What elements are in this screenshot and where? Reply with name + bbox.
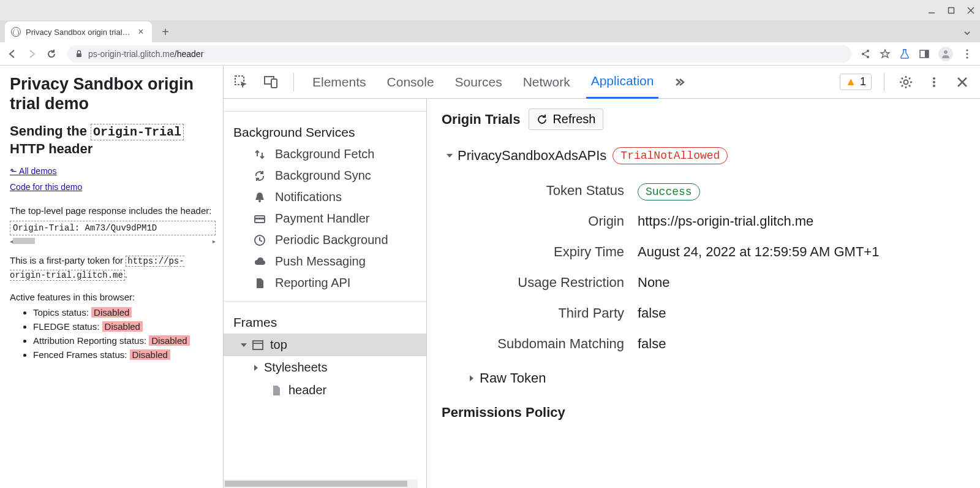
svg-rect-12 [925,50,929,58]
list-item: Attribution Reporting status: Disabled [33,335,216,346]
status-badge: Disabled [130,349,170,360]
horizontal-scrollbar[interactable] [224,479,418,488]
bell-icon [253,191,266,204]
svg-rect-1 [949,7,954,13]
labs-icon[interactable] [899,48,910,59]
devtools-tab-sources[interactable]: Sources [450,66,507,99]
devtools-tab-console[interactable]: Console [382,66,439,99]
sidebar-item-notifications[interactable]: Notifications [224,186,426,208]
profile-avatar[interactable] [938,47,953,61]
new-tab-button[interactable]: + [157,23,174,40]
subdomain-row: Subdomain Matchingfalse [442,329,965,359]
sidebar-item-push-messaging[interactable]: Push Messaging [224,251,426,272]
sidebar-item-periodic-bg[interactable]: Periodic Background [224,229,426,251]
window-minimize-button[interactable] [927,6,936,15]
back-button[interactable] [5,47,20,61]
bookmark-icon[interactable] [880,48,891,59]
file-icon [270,384,282,397]
sidebar-section-frames: Frames [224,309,426,334]
inspect-element-icon[interactable] [232,73,251,91]
token-status-badge: Success [638,183,700,200]
chevron-right-icon [470,375,473,381]
paragraph: Active features in this browser: [10,291,216,303]
cloud-icon [253,255,266,269]
trial-status-badge: TrialNotAllowed [612,147,728,164]
list-item: Fenced Frames status: Disabled [33,349,216,360]
horizontal-scrollbar[interactable]: ◂▸ [10,237,216,245]
file-icon [253,276,266,290]
sidebar-item-reporting-api[interactable]: Reporting API [224,272,426,294]
svg-point-26 [258,200,261,202]
svg-point-16 [966,56,968,58]
svg-line-8 [864,51,867,53]
permissions-policy-title: Permissions Policy [442,405,965,421]
reload-button[interactable] [44,47,59,61]
page-subtitle: Sending the Origin-Trial HTTP header [10,123,216,158]
warning-icon: ▲ [845,75,856,88]
refresh-icon [537,114,548,125]
globe-icon [11,27,21,37]
feature-list: Topics status: Disabled FLEDGE status: D… [10,307,216,360]
lock-icon [75,50,83,58]
frame-stylesheets[interactable]: Stylesheets [224,356,426,379]
usage-row: Usage RestrictionNone [442,267,965,298]
browser-tab[interactable]: Privacy Sandbox origin trial de × [5,21,152,42]
application-detail: Origin Trials Refresh PrivacySandboxAdsA… [427,99,980,488]
refresh-button[interactable]: Refresh [529,109,603,130]
devtools-close-icon[interactable] [953,73,971,91]
svg-point-22 [933,81,935,83]
forward-button[interactable] [24,47,39,61]
url-text: ps-origin-trial.glitch.me/header [88,49,203,59]
clock-icon [253,234,266,247]
toolbar-right [860,47,975,61]
token-status-row: Token StatusSuccess [442,175,965,206]
more-tabs-icon[interactable] [669,73,688,91]
third-party-row: Third Partyfalse [442,298,965,329]
tabs-overflow-button[interactable] [963,29,971,37]
page-title: Privacy Sandbox origin trial demo [10,74,216,114]
sync-icon [253,169,266,183]
window-titlebar [0,0,980,20]
trial-name: PrivacySandboxAdsAPIs [458,148,606,164]
frame-top[interactable]: top [224,334,426,356]
svg-point-15 [966,53,968,55]
svg-point-20 [904,80,908,84]
device-toolbar-icon[interactable] [262,73,280,91]
sidebar-item-bg-sync[interactable]: Background Sync [224,165,426,186]
devtools-panel: Elements Console Sources Network Applica… [223,66,980,488]
chrome-menu-icon[interactable] [962,48,973,59]
warnings-badge[interactable]: ▲1 [840,74,872,90]
status-badge: Disabled [91,307,132,318]
section-title: Origin Trials [442,112,520,128]
devtools-tab-network[interactable]: Network [518,66,575,99]
share-icon[interactable] [860,48,871,59]
origin-row: Originhttps://ps-origin-trial.glitch.me [442,206,965,237]
svg-rect-28 [255,218,265,219]
sidebar-section-bg-services: Background Services [224,119,426,143]
window-maximize-button[interactable] [947,6,956,15]
side-panel-icon[interactable] [919,48,930,59]
sidebar-item-bg-fetch[interactable]: Background Fetch [224,143,426,165]
updown-icon [253,148,266,161]
trial-row[interactable]: PrivacySandboxAdsAPIs TrialNotAllowed [442,147,965,164]
chevron-down-icon [447,154,453,158]
browser-toolbar: ps-origin-trial.glitch.me/header [0,42,980,66]
settings-icon[interactable] [897,73,915,91]
close-icon[interactable]: × [136,27,146,37]
sidebar-item-payment-handler[interactable]: Payment Handler [224,208,426,229]
status-badge: Disabled [102,321,143,332]
devtools-tab-elements[interactable]: Elements [307,66,371,99]
svg-point-21 [933,77,935,80]
window-close-button[interactable] [967,6,975,15]
svg-point-14 [966,49,968,51]
paragraph: This is a first-party token for https://… [10,254,216,281]
frame-header[interactable]: header [224,379,426,402]
chevron-right-icon [254,365,258,371]
all-demos-link[interactable]: ⬑ All demos [10,166,57,176]
devtools-menu-icon[interactable] [925,73,943,91]
address-bar[interactable]: ps-origin-trial.glitch.me/header [67,45,851,63]
devtools-tab-application[interactable]: Application [586,66,659,99]
code-for-demo-link[interactable]: Code for this demo [10,182,82,192]
svg-rect-4 [77,53,81,57]
raw-token-row[interactable]: Raw Token [442,370,965,386]
